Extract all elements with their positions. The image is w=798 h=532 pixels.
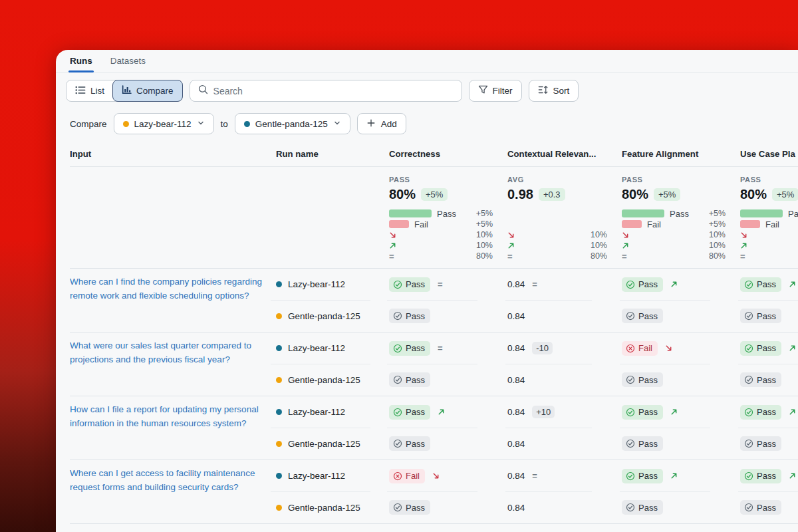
desktop-background: Runs Datasets List Compare — [0, 0, 798, 532]
equals-icon: = — [532, 471, 537, 481]
badge-label: Pass — [638, 375, 658, 385]
run-name-cell[interactable]: Lazy-bear-112 — [276, 524, 389, 532]
legend-value: 80% — [476, 251, 493, 261]
check-circle-icon — [393, 503, 402, 512]
stat-delta-badge: +5% — [654, 188, 680, 201]
score-value: 0.84 — [507, 375, 525, 385]
badge-label: Pass — [638, 311, 658, 321]
badge-label: Pass — [757, 471, 776, 481]
plus-icon — [366, 118, 376, 130]
run-name-cell[interactable]: Gentle-panda-125 — [276, 364, 389, 396]
x-circle-icon — [393, 471, 402, 481]
feature-alignment-legend: Pass+5%Fail+5%10%10%=80% — [622, 208, 726, 261]
pass-badge: Pass — [389, 500, 430, 515]
legend-value: +5% — [709, 209, 726, 218]
legend-row: 10% — [740, 229, 798, 240]
filter-icon — [478, 85, 488, 96]
run-name-cell[interactable]: Gentle-panda-125 — [276, 492, 389, 524]
fail-distribution-bar — [389, 220, 409, 228]
feature-cell: Fail — [622, 332, 740, 364]
summary-row: PASS 80% +5% Pass+5%Fail+5%10%10%=80% AV… — [70, 167, 798, 268]
equals-icon: = — [438, 279, 443, 289]
list-view-button[interactable]: List — [66, 80, 114, 102]
correctness-cell: Pass= — [389, 332, 507, 364]
score-value: 0.84 — [507, 439, 525, 449]
use-case-legend: Pass+5%Fail+5%10%10%=80% — [740, 208, 798, 261]
filter-button[interactable]: Filter — [469, 80, 522, 102]
list-view-label: List — [90, 86, 104, 96]
input-question-link[interactable]: How can I file a report for updating my … — [70, 404, 259, 428]
sort-button[interactable]: Sort — [529, 80, 579, 102]
fail-distribution-bar — [622, 220, 642, 228]
correctness-column: Pass=Pass — [389, 269, 507, 332]
filter-label: Filter — [493, 86, 513, 96]
contextual-column: 0.84 — [507, 524, 622, 532]
column-header-input: Input — [70, 149, 276, 159]
run-name-column: Lazy-bear-112 — [276, 524, 389, 532]
tab-datasets[interactable]: Datasets — [110, 56, 146, 72]
run-name: Lazy-bear-112 — [288, 343, 345, 353]
pass-badge: Pass — [740, 469, 781, 483]
check-circle-icon — [744, 503, 753, 512]
run-name-cell[interactable]: Gentle-panda-125 — [276, 301, 389, 332]
run-color-dot — [276, 441, 282, 447]
compare-view-button[interactable]: Compare — [112, 80, 183, 102]
usecase-cell: Pass — [740, 492, 798, 524]
target-run-dropdown[interactable]: Gentle-panda-125 — [235, 113, 350, 134]
contextual-column: 0.84+100.84 — [507, 396, 622, 460]
usecase-cell: Pass — [740, 301, 798, 332]
contextual-cell: 0.84 — [507, 301, 622, 332]
feature-cell: Pass — [622, 460, 740, 492]
column-header-feature-alignment: Feature Alignment — [622, 149, 740, 159]
run-name-cell[interactable]: Lazy-bear-112 — [276, 396, 389, 428]
usecase-cell: Pass — [740, 524, 798, 532]
trend-up-icon — [740, 242, 747, 249]
run-name-cell[interactable]: Lazy-bear-112 — [276, 332, 389, 364]
check-circle-icon — [626, 375, 635, 384]
correctness-cell: Pass — [389, 524, 507, 532]
baseline-run-name: Lazy-bear-112 — [134, 119, 192, 129]
stat-value: 80% — [389, 187, 416, 202]
input-cell: Where can I get access to facility maint… — [70, 460, 276, 523]
pass-badge: Pass — [622, 405, 663, 420]
legend-row: =80% — [740, 251, 798, 261]
legend-value: 80% — [591, 251, 607, 261]
run-name-cell[interactable]: Lazy-bear-112 — [276, 269, 389, 301]
score-value: 0.84 — [507, 503, 525, 513]
check-circle-icon — [626, 280, 635, 289]
pass-badge: Pass — [389, 309, 430, 323]
pass-badge: Pass — [622, 277, 663, 292]
search-input[interactable] — [213, 86, 454, 96]
comparison-row: Where can I find the company policies re… — [70, 268, 798, 332]
tab-runs[interactable]: Runs — [70, 56, 92, 72]
legend-row: 10% — [740, 240, 798, 251]
delta-chip: -10 — [532, 342, 553, 354]
legend-row: 10% — [389, 240, 493, 251]
legend-value: +5% — [476, 219, 493, 229]
tab-bar: Runs Datasets — [56, 50, 798, 72]
trend-up-icon — [789, 344, 796, 352]
add-label: Add — [381, 119, 397, 129]
run-color-dot — [276, 377, 282, 383]
run-name-cell[interactable]: Lazy-bear-112 — [276, 460, 389, 492]
check-circle-icon — [626, 471, 635, 481]
search-box[interactable] — [190, 80, 462, 102]
contextual-column: 0.84-100.84 — [507, 332, 622, 396]
pass-badge: Pass — [740, 277, 781, 292]
check-circle-icon — [393, 439, 402, 448]
baseline-run-dropdown[interactable]: Lazy-bear-112 — [114, 113, 214, 134]
add-run-button[interactable]: Add — [357, 113, 406, 134]
check-circle-icon — [626, 311, 635, 321]
legend-value: 80% — [709, 251, 726, 261]
run-name-cell[interactable]: Gentle-panda-125 — [276, 428, 389, 460]
input-question-link[interactable]: Where can I find the company policies re… — [70, 277, 262, 301]
equals-icon: = — [507, 251, 513, 261]
badge-label: Pass — [406, 407, 425, 417]
input-question-link[interactable]: What were our sales last quarter compare… — [70, 340, 251, 364]
input-question-link[interactable]: Where can I get access to facility maint… — [70, 468, 255, 492]
legend-label: Fail — [765, 219, 779, 229]
trend-down-icon — [665, 344, 672, 352]
badge-label: Pass — [638, 471, 658, 481]
pass-badge: Pass — [389, 405, 430, 420]
trend-down-icon — [622, 231, 629, 239]
